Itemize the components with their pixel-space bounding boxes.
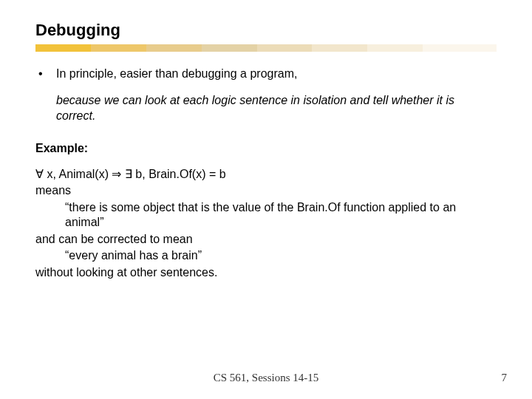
bullet-icon: •: [38, 66, 49, 81]
means-label: means: [35, 183, 497, 198]
example-label: Example:: [35, 141, 497, 156]
slide-title: Debugging: [35, 21, 497, 40]
footer-text: CS 561, Sessions 14-15: [0, 372, 532, 384]
quote-1: “there is some object that is the value …: [35, 200, 497, 231]
without-line: without looking at other sentences.: [35, 265, 497, 280]
corrected-label: and can be corrected to mean: [35, 232, 497, 247]
title-underline: [35, 44, 497, 52]
bullet-item: • In principle, easier than debugging a …: [35, 66, 497, 81]
slide: Debugging • In principle, easier than de…: [0, 0, 532, 399]
bullet-text: In principle, easier than debugging a pr…: [56, 66, 297, 81]
slide-body: • In principle, easier than debugging a …: [35, 66, 497, 280]
page-number: 7: [502, 372, 508, 384]
quote-2: “every animal has a brain”: [35, 248, 497, 263]
reason-text: because we can look at each logic senten…: [35, 93, 497, 123]
logic-formula: ∀ x, Animal(x) ⇒ ∃ b, Brain.Of(x) = b: [35, 167, 497, 182]
